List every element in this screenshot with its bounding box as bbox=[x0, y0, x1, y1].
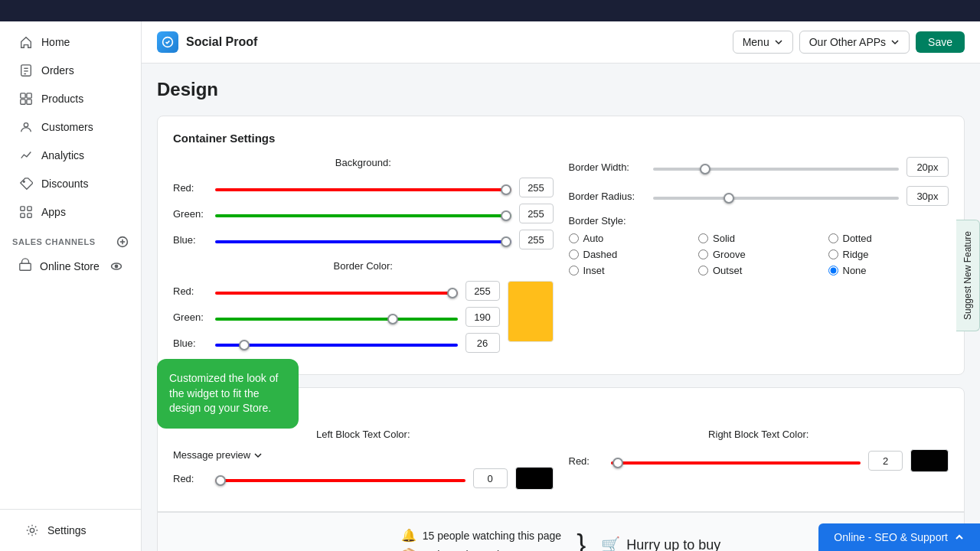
right-color-preview bbox=[910, 449, 949, 472]
border-width-value[interactable] bbox=[906, 157, 949, 177]
radio-none[interactable]: None bbox=[828, 265, 949, 276]
bg-green-label: Green: bbox=[173, 208, 207, 220]
bg-red-value[interactable] bbox=[519, 178, 554, 197]
sidebar-item-products[interactable]: Products bbox=[6, 85, 135, 112]
sidebar-item-apps[interactable]: Apps bbox=[6, 198, 135, 226]
other-apps-button[interactable]: Our Other APPs bbox=[799, 31, 910, 54]
sidebar-item-apps-label: Apps bbox=[41, 206, 66, 218]
suggest-feature-button[interactable]: Suggest New Feature bbox=[956, 220, 980, 331]
online-store-label: Online Store bbox=[40, 260, 100, 272]
radio-auto[interactable]: Auto bbox=[569, 233, 690, 244]
left-red-slider[interactable] bbox=[215, 479, 466, 482]
border-radius-slider[interactable] bbox=[653, 197, 900, 200]
radio-solid[interactable]: Solid bbox=[698, 233, 819, 244]
stock-icon: 📦 bbox=[401, 547, 416, 551]
radio-none-input[interactable] bbox=[828, 266, 838, 276]
sidebar-item-online-store[interactable]: Online Store bbox=[6, 252, 135, 280]
bc-red-label: Red: bbox=[173, 285, 207, 297]
bc-blue-label: Blue: bbox=[173, 337, 207, 349]
right-text-title: Right Block Text Color: bbox=[569, 429, 949, 440]
bc-blue-slider[interactable] bbox=[215, 344, 458, 347]
bottom-bar-chevron-icon bbox=[954, 532, 965, 543]
svg-point-8 bbox=[24, 123, 28, 127]
header-actions: Menu Our Other APPs Save bbox=[733, 31, 965, 54]
left-red-value[interactable] bbox=[473, 468, 508, 488]
radio-solid-input[interactable] bbox=[698, 233, 708, 243]
apps-icon bbox=[18, 204, 34, 220]
sidebar-item-analytics[interactable]: Analytics bbox=[6, 142, 135, 169]
radio-outset[interactable]: Outset bbox=[698, 265, 819, 276]
radio-dashed[interactable]: Dashed bbox=[569, 249, 690, 260]
page-content: Design Container Settings Background: Re… bbox=[142, 64, 980, 551]
radio-groove-input[interactable] bbox=[698, 249, 708, 259]
right-red-slider[interactable] bbox=[611, 461, 861, 465]
bc-green-slider[interactable] bbox=[215, 318, 458, 321]
border-color-preview bbox=[508, 281, 554, 342]
sidebar-item-home-label: Home bbox=[41, 36, 70, 48]
svg-rect-17 bbox=[20, 263, 31, 270]
bc-green-value[interactable] bbox=[466, 307, 500, 327]
border-width-slider[interactable] bbox=[653, 168, 900, 171]
svg-rect-5 bbox=[27, 93, 31, 98]
orders-icon bbox=[18, 63, 34, 78]
page-title: Design bbox=[157, 79, 965, 100]
sidebar-item-discounts[interactable]: Discounts bbox=[6, 170, 135, 197]
products-icon bbox=[18, 91, 34, 106]
sidebar-item-settings[interactable]: Settings bbox=[12, 517, 129, 544]
preview-chevron-icon bbox=[253, 451, 263, 460]
bg-blue-value[interactable] bbox=[519, 230, 554, 249]
settings-icon bbox=[24, 523, 40, 538]
svg-rect-11 bbox=[28, 207, 31, 210]
radio-auto-input[interactable] bbox=[569, 233, 579, 243]
app-name: Social Proof bbox=[186, 35, 257, 49]
eye-icon bbox=[110, 260, 122, 272]
radio-inset-input[interactable] bbox=[569, 266, 579, 276]
svg-rect-13 bbox=[28, 214, 31, 217]
sidebar-item-products-label: Products bbox=[41, 93, 83, 105]
border-radius-value[interactable] bbox=[906, 186, 949, 206]
border-width-label: Border Width: bbox=[569, 161, 645, 173]
radio-ridge-input[interactable] bbox=[828, 249, 838, 259]
border-style-section: Border Style: Auto Solid bbox=[569, 215, 949, 276]
svg-rect-10 bbox=[21, 207, 24, 210]
bg-red-slider[interactable] bbox=[215, 188, 511, 191]
bc-blue-value[interactable] bbox=[466, 333, 500, 353]
svg-rect-12 bbox=[21, 214, 24, 217]
settings-label: Settings bbox=[47, 524, 87, 536]
right-red-value[interactable] bbox=[868, 451, 903, 471]
radio-outset-input[interactable] bbox=[698, 266, 708, 276]
border-settings: Border Width: Border Radius: bbox=[569, 157, 949, 359]
radio-ridge[interactable]: Ridge bbox=[828, 249, 949, 260]
border-color-title: Border Color: bbox=[173, 260, 554, 272]
radio-dotted[interactable]: Dotted bbox=[828, 233, 949, 244]
left-text-title: Left Block Text Color: bbox=[173, 429, 554, 440]
save-button[interactable]: Save bbox=[916, 31, 965, 53]
left-red-label: Red: bbox=[173, 473, 207, 484]
bg-green-slider[interactable] bbox=[215, 214, 511, 217]
bg-blue-label: Blue: bbox=[173, 234, 207, 246]
sidebar-item-home[interactable]: Home bbox=[6, 28, 135, 56]
bc-red-slider[interactable] bbox=[215, 292, 458, 295]
radio-inset[interactable]: Inset bbox=[569, 265, 690, 276]
bc-red-value[interactable] bbox=[466, 281, 500, 301]
radio-dotted-input[interactable] bbox=[828, 233, 838, 243]
radio-dashed-input[interactable] bbox=[569, 249, 579, 259]
bottom-bar[interactable]: Online - SEO & Support bbox=[818, 523, 980, 551]
bottom-bar-label: Online - SEO & Support bbox=[834, 531, 948, 543]
svg-point-9 bbox=[23, 181, 24, 182]
add-channel-icon[interactable] bbox=[116, 236, 129, 248]
sidebar-item-customers-label: Customers bbox=[41, 121, 93, 133]
bg-green-value[interactable] bbox=[519, 204, 554, 223]
svg-rect-4 bbox=[21, 93, 25, 98]
sidebar-item-customers[interactable]: Customers bbox=[6, 113, 135, 141]
radio-groove[interactable]: Groove bbox=[698, 249, 819, 260]
border-style-label: Border Style: bbox=[569, 215, 949, 227]
watchers-icon: 🔔 bbox=[401, 528, 416, 543]
border-radius-label: Border Radius: bbox=[569, 191, 645, 202]
bg-blue-slider[interactable] bbox=[215, 240, 511, 243]
sidebar-item-orders[interactable]: Orders bbox=[6, 57, 135, 84]
menu-button[interactable]: Menu bbox=[733, 31, 793, 54]
preview-stock: 📦 10 items in stock bbox=[401, 547, 561, 551]
brace-separator: } bbox=[577, 531, 586, 551]
cart-icon: 🛒 bbox=[601, 536, 620, 551]
